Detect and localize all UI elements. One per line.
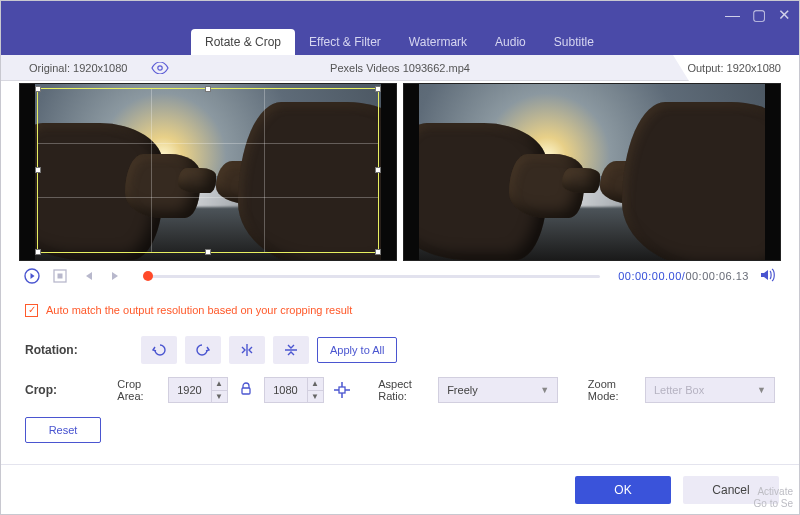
lock-aspect-icon[interactable] — [236, 382, 256, 399]
tab-audio[interactable]: Audio — [481, 29, 540, 55]
aspect-ratio-select[interactable]: Freely▼ — [438, 377, 558, 403]
prev-frame-button[interactable] — [79, 267, 97, 285]
crop-handle[interactable] — [35, 86, 41, 92]
svg-rect-3 — [58, 274, 63, 279]
volume-icon[interactable] — [759, 267, 777, 285]
editor-tabs: Rotate & Crop Effect & Filter Watermark … — [191, 29, 608, 55]
crop-label: Crop: — [25, 383, 80, 397]
zoom-mode-value: Letter Box — [654, 384, 704, 396]
crop-height-input[interactable] — [264, 377, 308, 403]
tab-subtitle[interactable]: Subtitle — [540, 29, 608, 55]
aspect-ratio-value: Freely — [447, 384, 478, 396]
editor-window: — ▢ ✕ Rotate & Crop Effect & Filter Wate… — [0, 0, 800, 515]
spin-up-icon[interactable]: ▲ — [308, 378, 323, 391]
crop-handle[interactable] — [375, 249, 381, 255]
chevron-down-icon: ▼ — [540, 385, 549, 395]
flip-horizontal-button[interactable] — [229, 336, 265, 364]
apply-to-all-button[interactable]: Apply to All — [317, 337, 397, 363]
crop-center-icon[interactable] — [332, 377, 352, 403]
zoom-mode-label: Zoom Mode: — [588, 378, 635, 402]
crop-area-label: Crop Area: — [117, 378, 157, 402]
playhead[interactable] — [143, 271, 153, 281]
crop-width-stepper[interactable]: ▲▼ — [168, 377, 228, 403]
window-minimize-button[interactable]: — — [725, 7, 740, 22]
svg-point-0 — [158, 65, 162, 69]
playback-track[interactable] — [143, 275, 600, 278]
zoom-mode-select[interactable]: Letter Box▼ — [645, 377, 775, 403]
dialog-footer: OK Cancel ActivateGo to Se — [1, 464, 799, 514]
tab-rotate-crop[interactable]: Rotate & Crop — [191, 29, 295, 55]
chevron-down-icon: ▼ — [757, 385, 766, 395]
svg-rect-5 — [339, 387, 345, 393]
rotate-left-button[interactable] — [141, 336, 177, 364]
tab-watermark[interactable]: Watermark — [395, 29, 481, 55]
tab-effect-filter[interactable]: Effect & Filter — [295, 29, 395, 55]
preview-area — [1, 81, 799, 261]
output-label: Output: — [687, 62, 723, 74]
rotate-right-button[interactable] — [185, 336, 221, 364]
crop-handle[interactable] — [35, 167, 41, 173]
crop-handle[interactable] — [205, 249, 211, 255]
spin-down-icon[interactable]: ▼ — [308, 391, 323, 403]
rotation-label: Rotation: — [25, 343, 97, 357]
automatch-label: Auto match the output resolution based o… — [46, 304, 352, 316]
time-duration: 00:00:06.13 — [685, 270, 749, 282]
play-button[interactable] — [23, 267, 41, 285]
output-resolution: 1920x1080 — [727, 62, 781, 74]
source-preview[interactable] — [19, 83, 397, 261]
crop-handle[interactable] — [375, 86, 381, 92]
window-close-button[interactable]: ✕ — [778, 7, 791, 22]
flip-vertical-button[interactable] — [273, 336, 309, 364]
aspect-ratio-label: Aspect Ratio: — [378, 378, 428, 402]
crop-handle[interactable] — [375, 167, 381, 173]
next-frame-button[interactable] — [107, 267, 125, 285]
cancel-button[interactable]: Cancel — [683, 476, 779, 504]
spin-up-icon[interactable]: ▲ — [212, 378, 227, 391]
window-maximize-button[interactable]: ▢ — [752, 7, 766, 22]
reset-button[interactable]: Reset — [25, 417, 101, 443]
stop-button[interactable] — [51, 267, 69, 285]
transport-bar: 00:00:00.00/00:00:06.13 — [1, 261, 799, 291]
title-bar: — ▢ ✕ Rotate & Crop Effect & Filter Wate… — [1, 1, 799, 55]
spin-down-icon[interactable]: ▼ — [212, 391, 227, 403]
output-preview — [403, 83, 781, 261]
compare-eye-icon[interactable] — [151, 62, 169, 74]
crop-width-input[interactable] — [168, 377, 212, 403]
info-strip: Original: 1920x1080 Pexels Videos 109366… — [1, 55, 799, 81]
crop-selection[interactable] — [37, 88, 379, 253]
crop-height-stepper[interactable]: ▲▼ — [264, 377, 324, 403]
svg-rect-4 — [242, 388, 250, 394]
original-resolution: 1920x1080 — [73, 62, 127, 74]
filename-label: Pexels Videos 1093662.mp4 — [330, 62, 470, 74]
controls-panel: ✓ Auto match the output resolution based… — [1, 291, 799, 445]
original-label: Original: — [29, 62, 70, 74]
ok-button[interactable]: OK — [575, 476, 671, 504]
crop-handle[interactable] — [35, 249, 41, 255]
automatch-checkbox[interactable]: ✓ — [25, 304, 38, 317]
time-current: 00:00:00.00 — [618, 270, 682, 282]
crop-handle[interactable] — [205, 86, 211, 92]
